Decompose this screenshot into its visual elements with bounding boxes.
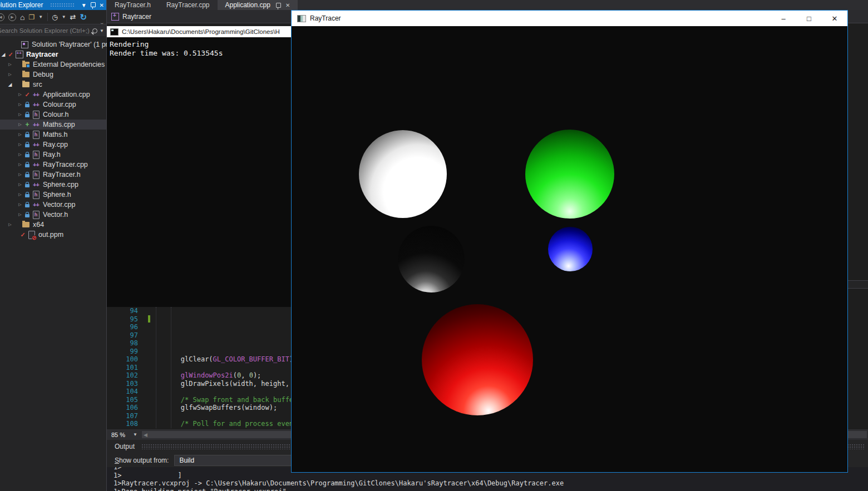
back-icon[interactable]: ◀ [0,13,4,21]
expander-icon[interactable]: ▷ [7,222,13,227]
tree-item-colour-cpp[interactable]: ▷Colour.cpp [0,100,106,110]
toolbar-overflow-icon[interactable]: » [100,23,106,24]
cpp-file-icon [33,141,39,148]
chevron-down-icon[interactable]: ▼ [62,14,66,19]
expander-icon[interactable]: ◢ [0,52,7,57]
expander-icon[interactable]: ▷ [17,192,23,197]
tab-application-cpp[interactable]: Application.cpp✕ [218,0,298,10]
tree-item-vector-h[interactable]: ▷Vector.h [0,210,106,220]
expander-icon[interactable]: ▷ [17,122,23,127]
expander-icon[interactable]: ▷ [17,92,23,97]
expander-icon[interactable]: ▷ [17,112,23,117]
tree-item-debug[interactable]: ▷Debug [0,70,106,80]
tab-label: Application.cpp [225,1,270,9]
tree-item-raytracer-h[interactable]: ▷RayTracer.h [0,170,106,180]
chevron-down-icon: ▼ [133,432,137,437]
close-icon[interactable]: ✕ [100,2,104,8]
tree-item-label: Sphere.cpp [43,181,78,189]
pending-changes-icon[interactable]: ◷ [52,13,57,21]
folder-open-icon [22,82,29,87]
toolbar-separator [47,13,48,21]
search-box[interactable]: Search Solution Explorer (Ctrl+;) ▼ [0,25,106,36]
tree-item-raytracer[interactable]: ◢✓Raytracer [0,49,106,59]
tree-item-solution-raytracer-1-project[interactable]: Solution 'Raytracer' (1 project) [0,39,106,49]
expander-icon[interactable]: ▷ [7,72,13,77]
expander-icon[interactable]: ▷ [17,172,23,177]
tree-item-external-dependencies[interactable]: ▷External Dependencies [0,59,106,70]
lock-icon [25,164,29,167]
tree-item-label: Vector.cpp [43,201,75,209]
tab-label: RayTracer.cpp [166,1,210,9]
close-button[interactable]: ✕ [822,11,847,26]
tree-item-sphere-cpp[interactable]: ▷Sphere.cpp [0,180,106,190]
raytracer-app-icon [297,15,306,22]
close-icon[interactable]: ✕ [285,2,290,8]
tree-item-maths-h[interactable]: ▷Maths.h [0,130,106,140]
tree-item-out-ppm[interactable]: ✓out.ppm [0,230,106,240]
scroll-left-icon[interactable]: ◀ [142,432,147,438]
expander-icon[interactable]: ◢ [7,82,13,87]
tree-item-colour-h[interactable]: ▷Colour.h [0,110,106,120]
line-number: 108 [107,420,144,428]
tree-item-ray-h[interactable]: ▷Ray.h [0,150,106,160]
tree-item-vector-cpp[interactable]: ▷Vector.cpp [0,200,106,210]
search-icon[interactable] [92,28,97,33]
line-number: 103 [107,380,144,388]
sphere-blue [548,227,593,271]
tree-item-application-cpp[interactable]: ▷✓Application.cpp [0,90,106,100]
tab-raytracer-cpp[interactable]: RayTracer.cpp [159,0,218,10]
refresh-icon[interactable]: ↻ [80,12,87,22]
chevron-down-icon[interactable]: ▼ [81,2,87,8]
expander-icon[interactable]: ▷ [7,62,13,67]
maximize-button[interactable]: □ [796,11,822,26]
pin-icon[interactable] [276,3,281,8]
zoom-level-value: 85 % [111,432,125,438]
tree-item-src[interactable]: ◢src [0,80,106,90]
expander-icon[interactable]: ▷ [17,102,23,107]
expander-icon[interactable]: ▷ [17,152,23,157]
home-icon[interactable]: ⌂ [20,13,24,22]
expander-icon[interactable]: ▷ [17,162,23,167]
ppm-file-icon [28,231,35,239]
tree-item-ray-cpp[interactable]: ▷Ray.cpp [0,140,106,150]
tree-item-label: Maths.h [43,131,67,138]
tree-item-raytracer-cpp[interactable]: ▷RayTracer.cpp [0,160,106,170]
solution-explorer-header[interactable]: Solution Explorer ▼ ✕ [0,0,106,10]
tree-item-maths-cpp[interactable]: ▷+Maths.cpp [0,120,106,130]
raytracer-window: RayTracer – □ ✕ [291,10,848,473]
tree-item-label: Vector.h [43,211,68,219]
expander-icon[interactable]: ▷ [17,202,23,207]
project-icon [111,13,119,21]
lock-icon [25,194,29,197]
expander-icon[interactable]: ▷ [17,182,23,187]
tree-item-label: Application.cpp [43,91,90,98]
change-bar [148,315,150,323]
tree-item-sphere-h[interactable]: ▷Sphere.h [0,190,106,200]
minimize-button[interactable]: – [771,11,796,26]
expander-icon[interactable]: ▷ [17,142,23,147]
tree-item-x64[interactable]: ▷x64 [0,220,106,230]
zoom-level-select[interactable]: 85 % ▼ [107,429,142,440]
breadcrumb[interactable]: Raytracer [122,13,151,21]
expander-icon[interactable]: ▷ [17,212,23,217]
tree-item-label: RayTracer.cpp [43,161,88,168]
tree-item-label: Ray.h [43,151,61,158]
output-line: 1>Raytracer.vcxproj -> C:\Users\Hakaru\D… [114,479,868,488]
chevron-down-icon[interactable]: ▼ [100,28,104,33]
forward-icon[interactable]: ▶ [8,13,16,21]
lock-icon [25,134,29,137]
raytracer-title-bar[interactable]: RayTracer – □ ✕ [292,11,847,26]
line-number: 106 [107,404,144,411]
cpp-file-icon [33,101,39,108]
pin-icon[interactable] [91,2,96,8]
expander-icon[interactable]: ▷ [17,132,23,137]
tree-item-label: Ray.cpp [43,141,68,148]
chevron-down-icon[interactable]: ▼ [38,14,43,19]
line-number: 107 [107,412,144,420]
sync-icon[interactable]: ⇄ [70,13,76,21]
cpp-project-icon [16,51,23,58]
tab-raytracer-h[interactable]: RayTracer.h [107,0,159,10]
tree-item-label: RayTracer.h [43,171,81,178]
search-input[interactable]: Search Solution Explorer (Ctrl+;) [0,27,92,34]
switch-views-icon[interactable]: ❐ [28,13,34,21]
